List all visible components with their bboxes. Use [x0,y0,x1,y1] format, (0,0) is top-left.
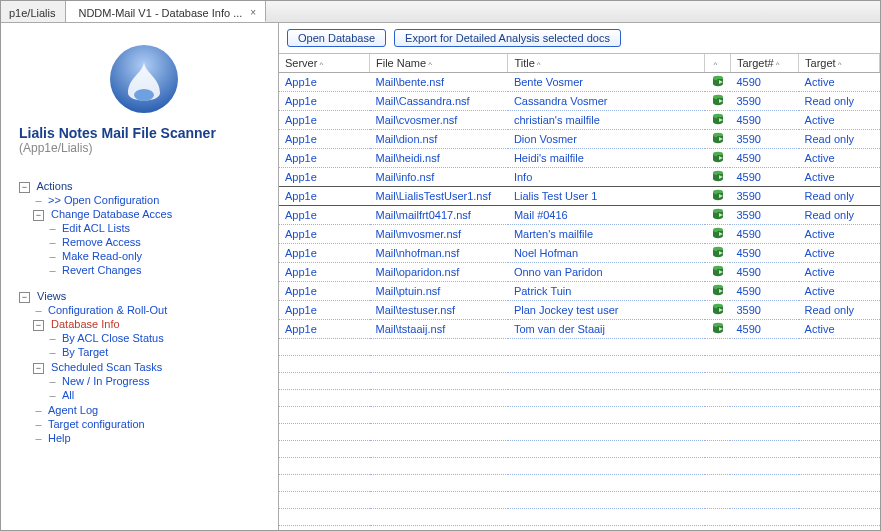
product-logo [108,43,180,115]
tree-revert-changes[interactable]: Revert Changes [62,264,142,276]
cell-file-name: Mail\bente.nsf [370,73,508,92]
cell-server: App1e [279,244,370,263]
tab-label: NDDM-Mail V1 - Database Info ... [78,7,242,19]
cell-server: App1e [279,111,370,130]
collapse-icon[interactable]: − [33,363,44,374]
table-row-empty [279,475,880,492]
tree-change-database-access[interactable]: Change Database Acces [51,208,172,220]
cell-target: Active [799,111,880,130]
cell-title: Info [508,168,705,187]
table-row[interactable]: App1eMail\Cassandra.nsfCassandra Vosmer3… [279,92,880,111]
tab-database-info[interactable]: NDDM-Mail V1 - Database Info ... × [66,1,266,22]
tree-by-acl-close-status[interactable]: By ACL Close Status [62,332,164,344]
cell-target-num: 4590 [730,244,798,263]
table-row[interactable]: App1eMail\tstaaij.nsfTom van der Staaij4… [279,320,880,339]
cell-server: App1e [279,225,370,244]
cell-target-num: 4590 [730,168,798,187]
table-row[interactable]: App1eMail\bente.nsfBente Vosmer4590Activ… [279,73,880,92]
cell-title: Noel Hofman [508,244,705,263]
collapse-icon[interactable]: − [19,292,30,303]
cell-target: Read only [799,301,880,320]
tree-config-rollout[interactable]: Configuration & Roll-Out [48,304,167,316]
cell-target-num: 4590 [730,282,798,301]
sidebar: Lialis Notes Mail File Scanner (App1e/Li… [1,23,279,530]
table-row[interactable]: App1eMail\heidi.nsfHeidi's mailfile4590A… [279,149,880,168]
cell-db-icon [705,111,731,130]
open-database-button[interactable]: Open Database [287,29,386,47]
tree-edit-acl-lists[interactable]: Edit ACL Lists [62,222,130,234]
cell-db-icon [705,149,731,168]
column-header-title[interactable]: Title^ [508,54,705,73]
cell-server: App1e [279,130,370,149]
table-row[interactable]: App1eMail\oparidon.nsfOnno van Paridon45… [279,263,880,282]
product-subtitle: (App1e/Lialis) [19,141,268,155]
tree-by-target[interactable]: By Target [62,346,108,358]
tree-remove-access[interactable]: Remove Access [62,236,141,248]
cell-file-name: Mail\Cassandra.nsf [370,92,508,111]
collapse-icon[interactable]: − [33,210,44,221]
cell-target: Active [799,225,880,244]
close-icon[interactable]: × [250,7,256,18]
tree-all[interactable]: All [62,389,74,401]
sort-asc-icon: ^ [713,60,717,69]
collapse-icon[interactable]: − [19,182,30,193]
table-row[interactable]: App1eMail\dion.nsfDion Vosmer3590Read on… [279,130,880,149]
cell-target-num: 4590 [730,320,798,339]
cell-db-icon [705,130,731,149]
tree-target-configuration[interactable]: Target configuration [48,418,145,430]
nav-tree: − Actions –>> Open Configuration − Chang… [19,179,268,446]
cell-file-name: Mail\mvosmer.nsf [370,225,508,244]
data-grid[interactable]: Server^ File Name^ Title^ ^ Target#^ Tar… [279,53,880,530]
table-row[interactable]: App1eMail\LialisTestUser1.nsfLialis Test… [279,187,880,206]
sort-asc-icon: ^ [428,60,432,69]
column-header-file-name[interactable]: File Name^ [370,54,508,73]
database-icon [712,227,724,239]
column-header-target-num[interactable]: Target#^ [730,54,798,73]
tree-section-actions[interactable]: Actions [36,180,72,192]
cell-target: Active [799,282,880,301]
cell-server: App1e [279,149,370,168]
tree-agent-log[interactable]: Agent Log [48,404,98,416]
column-header-target[interactable]: Target^ [799,54,880,73]
table-row[interactable]: App1eMail\nhofman.nsfNoel Hofman4590Acti… [279,244,880,263]
cell-title: Tom van der Staaij [508,320,705,339]
cell-db-icon [705,282,731,301]
table-row[interactable]: App1eMail\mailfrt0417.nsfMail #04163590R… [279,206,880,225]
svg-point-3 [134,89,154,101]
table-row[interactable]: App1eMail\testuser.nsfPlan Jockey test u… [279,301,880,320]
cell-target: Read only [799,187,880,206]
cell-target-num: 4590 [730,73,798,92]
tab-workspace[interactable]: p1e/Lialis [1,1,66,22]
tree-make-readonly[interactable]: Make Read-only [62,250,142,262]
sort-asc-icon: ^ [319,60,323,69]
table-row[interactable]: App1eMail\mvosmer.nsfMarten's mailfile45… [279,225,880,244]
cell-target-num: 4590 [730,111,798,130]
database-icon [712,303,724,315]
tree-section-views[interactable]: Views [37,290,66,302]
column-header-server[interactable]: Server^ [279,54,370,73]
table-row[interactable]: App1eMail\cvosmer.nsfchristian's mailfil… [279,111,880,130]
cell-file-name: Mail\LialisTestUser1.nsf [370,187,508,206]
tree-new-in-progress[interactable]: New / In Progress [62,375,149,387]
table-row-empty [279,492,880,509]
cell-target: Active [799,320,880,339]
tree-help[interactable]: Help [48,432,71,444]
table-row[interactable]: App1eMail\ptuin.nsfPatrick Tuin4590Activ… [279,282,880,301]
cell-target: Active [799,263,880,282]
tree-database-info[interactable]: Database Info [51,318,120,330]
sort-asc-icon: ^ [776,60,780,69]
cell-title: Mail #0416 [508,206,705,225]
cell-target-num: 4590 [730,149,798,168]
tree-scheduled-scan-tasks[interactable]: Scheduled Scan Tasks [51,361,162,373]
database-icon [712,322,724,334]
column-header-icon[interactable]: ^ [705,54,731,73]
database-icon [712,151,724,163]
tree-open-configuration[interactable]: >> Open Configuration [48,194,159,206]
table-row-empty [279,356,880,373]
export-detailed-analysis-button[interactable]: Export for Detailed Analysis selected do… [394,29,621,47]
cell-target-num: 4590 [730,225,798,244]
cell-db-icon [705,244,731,263]
collapse-icon[interactable]: − [33,320,44,331]
table-row[interactable]: App1eMail\info.nsfInfo4590Active [279,168,880,187]
cell-server: App1e [279,301,370,320]
